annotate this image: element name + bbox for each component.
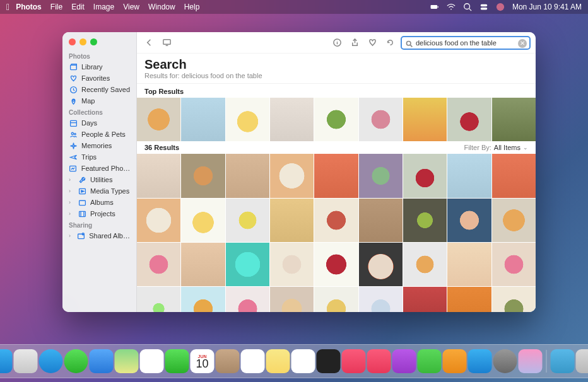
sidebar-item-utilities[interactable]: › Utilities	[62, 174, 136, 185]
apple-menu-icon[interactable]: 	[6, 2, 9, 12]
sidebar-item-media-types[interactable]: › Media Types	[62, 185, 136, 197]
photo-thumbnail[interactable]	[314, 287, 358, 312]
photo-thumbnail[interactable]	[270, 154, 314, 197]
chevron-down-icon[interactable]: ⌄	[523, 144, 528, 151]
photo-thumbnail[interactable]	[359, 154, 403, 197]
zoom-button[interactable]	[90, 38, 97, 45]
wifi-icon[interactable]	[447, 3, 456, 11]
photo-thumbnail[interactable]	[403, 199, 447, 242]
photo-thumbnail[interactable]	[314, 98, 358, 141]
user-avatar-icon[interactable]	[496, 3, 505, 11]
dock-downloads[interactable]	[551, 349, 575, 373]
photo-thumbnail[interactable]	[492, 287, 536, 312]
search-input[interactable]	[416, 39, 517, 47]
photo-thumbnail[interactable]	[492, 243, 536, 286]
photo-thumbnail[interactable]	[447, 243, 491, 286]
dock-news[interactable]	[367, 349, 391, 373]
photo-thumbnail[interactable]	[181, 287, 225, 312]
dock-safari[interactable]	[39, 349, 63, 373]
dock-podcasts[interactable]	[392, 349, 416, 373]
photo-thumbnail[interactable]	[181, 154, 225, 197]
back-button[interactable]	[142, 36, 156, 50]
photo-thumbnail[interactable]	[270, 199, 314, 242]
dock-pages[interactable]	[443, 349, 467, 373]
photo-thumbnail[interactable]	[447, 287, 491, 312]
photo-thumbnail[interactable]	[314, 154, 358, 197]
photo-thumbnail[interactable]	[359, 287, 403, 312]
photo-thumbnail[interactable]	[492, 98, 536, 141]
content[interactable]: Search Results for: delicious food on th…	[137, 54, 536, 312]
photo-thumbnail[interactable]	[181, 199, 225, 242]
sidebar-item-map[interactable]: Map	[62, 95, 136, 107]
photo-thumbnail[interactable]	[181, 243, 225, 286]
dock-appstore[interactable]	[468, 349, 492, 373]
sidebar-item-trips[interactable]: Trips	[62, 151, 136, 163]
photo-thumbnail[interactable]	[226, 98, 269, 141]
display-mode-button[interactable]	[160, 36, 173, 50]
sidebar-item-featured[interactable]: Featured Photos	[62, 163, 136, 174]
photo-thumbnail[interactable]	[492, 199, 536, 242]
app-name[interactable]: Photos	[16, 3, 42, 11]
photo-thumbnail[interactable]	[137, 98, 180, 141]
sidebar-item-days[interactable]: Days	[62, 117, 136, 129]
photo-thumbnail[interactable]	[492, 154, 536, 197]
photo-thumbnail[interactable]	[403, 98, 447, 141]
photo-thumbnail[interactable]	[181, 98, 225, 141]
photo-thumbnail[interactable]	[270, 287, 314, 312]
photo-thumbnail[interactable]	[226, 243, 269, 286]
dock-freeform[interactable]	[291, 349, 315, 373]
dock-launchpad[interactable]	[14, 349, 38, 373]
photo-thumbnail[interactable]	[137, 199, 180, 242]
dock-finder[interactable]	[0, 349, 13, 373]
photo-thumbnail[interactable]	[359, 199, 403, 242]
dock-settings[interactable]	[493, 349, 517, 373]
close-button[interactable]	[69, 38, 76, 45]
dock-notes[interactable]	[266, 349, 290, 373]
dock-numbers[interactable]	[418, 349, 442, 373]
info-button[interactable]	[330, 36, 344, 50]
dock-messages[interactable]	[64, 349, 88, 373]
control-center-icon[interactable]	[479, 3, 488, 11]
dock-calendar[interactable]: JUN10	[191, 349, 215, 373]
photo-thumbnail[interactable]	[403, 154, 447, 197]
sidebar-item-library[interactable]: Library	[62, 61, 136, 72]
spotlight-icon[interactable]	[463, 3, 472, 11]
dock-mail[interactable]	[90, 349, 114, 373]
sidebar-item-shared-albums[interactable]: › Shared Albums	[62, 230, 136, 241]
menu-window[interactable]: Window	[148, 3, 175, 11]
photo-thumbnail[interactable]	[314, 243, 358, 286]
photo-thumbnail[interactable]	[403, 243, 447, 286]
menu-image[interactable]: Image	[93, 3, 114, 11]
menu-edit[interactable]: Edit	[71, 3, 85, 11]
photo-thumbnail[interactable]	[447, 199, 491, 242]
dock-photos[interactable]	[140, 349, 164, 373]
dock-tv[interactable]	[317, 349, 341, 373]
minimize-button[interactable]	[79, 38, 86, 45]
menu-file[interactable]: File	[50, 3, 62, 11]
photo-thumbnail[interactable]	[359, 98, 403, 141]
photo-thumbnail[interactable]	[447, 98, 491, 141]
rotate-button[interactable]	[383, 36, 397, 50]
photo-thumbnail[interactable]	[137, 154, 180, 197]
sidebar-item-projects[interactable]: › Projects	[62, 208, 136, 219]
photo-thumbnail[interactable]	[359, 243, 403, 286]
photo-thumbnail[interactable]	[447, 154, 491, 197]
photo-thumbnail[interactable]	[270, 243, 314, 286]
menu-help[interactable]: Help	[184, 3, 200, 11]
dock-maps[interactable]	[115, 349, 139, 373]
photo-thumbnail[interactable]	[226, 154, 269, 197]
photo-thumbnail[interactable]	[226, 287, 269, 312]
dock-trash[interactable]	[576, 349, 589, 373]
photo-thumbnail[interactable]	[137, 287, 180, 312]
photo-thumbnail[interactable]	[226, 199, 269, 242]
dock-music[interactable]	[342, 349, 366, 373]
sidebar-item-recently-saved[interactable]: Recently Saved	[62, 84, 136, 95]
photo-thumbnail[interactable]	[270, 98, 314, 141]
search-field[interactable]: ✕	[401, 36, 531, 50]
dock-iphone-mirroring[interactable]	[519, 349, 543, 373]
dock-facetime[interactable]	[165, 349, 189, 373]
favorite-button[interactable]	[365, 36, 379, 50]
dock-reminders[interactable]	[241, 349, 265, 373]
menubar-clock[interactable]: Mon Jun 10 9:41 AM	[512, 3, 582, 11]
filter-value[interactable]: All Items	[494, 144, 520, 151]
